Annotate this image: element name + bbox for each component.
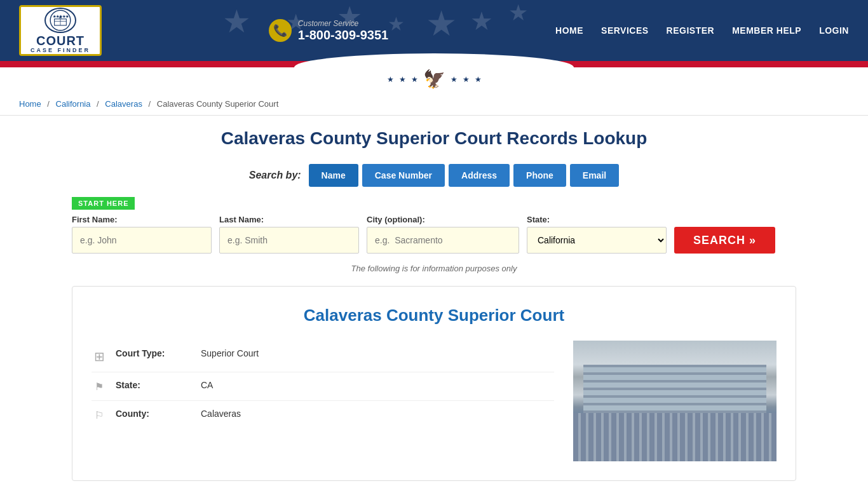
state-group: State: AlabamaAlaskaArizonaArkansasCalif… [527,215,667,254]
tab-name[interactable]: Name [309,164,358,187]
city-group: City (optional): [367,215,519,254]
site-header: ★ ★ ★ ★ ★ ★ ★ ★★★★★ [0,0,868,61]
star-left-3: ★ [411,75,418,84]
first-name-label: First Name: [72,215,212,224]
nav-services[interactable]: SERVICES [601,25,649,36]
star-left-1: ★ [387,75,394,84]
court-county-row: ⚐ County: Calaveras [92,401,554,429]
nav-register[interactable]: REGISTER [667,25,715,36]
first-name-input[interactable] [72,227,212,254]
logo-circle: ★★★★★ [44,8,76,33]
court-state-icon: ⚑ [92,381,107,393]
star-right-1: ★ [451,75,458,84]
court-type-label: Court Type: [116,348,192,358]
info-note: The following is for information purpose… [72,264,796,273]
phone-icon: 📞 [269,19,292,42]
court-image [573,341,776,461]
court-county-icon: ⚐ [92,409,107,421]
search-form-container: START HERE First Name: Last Name: City (… [72,197,796,254]
eagle-row: ★ ★ ★ 🦅 ★ ★ ★ [0,67,868,93]
court-card-title: Calaveras County Superior Court [92,306,776,325]
tab-address[interactable]: Address [449,164,510,187]
phone-number: 1-800-309-9351 [298,28,388,43]
court-state-label: State: [116,380,192,390]
court-state-value: CA [201,380,213,390]
state-label: State: [527,215,667,224]
star-right-2: ★ [463,75,470,84]
nav-login[interactable]: LOGIN [819,25,849,36]
patriotic-swoosh: ★ ★ ★ 🦅 ★ ★ ★ [0,61,868,93]
logo-case-text: CASE FINDER [31,47,90,53]
tab-email[interactable]: Email [570,164,619,187]
search-by-row: Search by: Name Case Number Address Phon… [72,164,796,187]
breadcrumb: Home / California / Calaveras / Calavera… [0,93,868,116]
court-type-row: ⊞ Court Type: Superior Court [92,341,554,372]
last-name-label: Last Name: [219,215,359,224]
customer-service-label: Customer Service [298,19,388,28]
start-here-badge: START HERE [72,197,135,210]
court-county-label: County: [116,409,192,419]
court-type-value: Superior Court [201,348,259,358]
nav-member-help[interactable]: MEMBER HELP [732,25,801,36]
tab-case-number[interactable]: Case Number [362,164,445,187]
red-stripe [0,61,868,67]
logo-court-text: COURT [36,34,85,47]
search-by-label: Search by: [249,170,301,181]
search-form-row: First Name: Last Name: City (optional): … [72,215,796,254]
city-input[interactable] [367,227,519,254]
star-right-3: ★ [475,75,482,84]
last-name-group: Last Name: [219,215,359,254]
first-name-group: First Name: [72,215,212,254]
city-label: City (optional): [367,215,519,224]
state-select[interactable]: AlabamaAlaskaArizonaArkansasCaliforniaCo… [527,227,667,254]
court-info-table: ⊞ Court Type: Superior Court ⚑ State: CA… [92,341,554,461]
logo-area[interactable]: ★★★★★ COURT CASE FINDER [19,5,102,56]
page-title: Calaveras County Superior Court Records … [72,128,796,149]
eagle-icon: 🦅 [423,69,445,90]
phone-area: 📞 Customer Service 1-800-309-9351 [269,19,388,43]
tab-phone[interactable]: Phone [513,164,566,187]
court-card-body: ⊞ Court Type: Superior Court ⚑ State: CA… [92,341,776,461]
nav-home[interactable]: HOME [555,25,583,36]
logo-box: ★★★★★ COURT CASE FINDER [19,5,102,56]
main-nav: HOME SERVICES REGISTER MEMBER HELP LOGIN [555,25,849,36]
breadcrumb-current: Calaveras County Superior Court [157,99,278,109]
search-button[interactable]: SEARCH » [674,227,775,254]
court-card: Calaveras County Superior Court ⊞ Court … [72,286,796,481]
breadcrumb-sep-1: / [47,99,50,109]
court-county-value: Calaveras [201,409,241,419]
court-building-photo [573,341,776,461]
main-content: Calaveras County Superior Court Records … [53,116,815,488]
breadcrumb-home[interactable]: Home [19,99,41,109]
breadcrumb-sep-3: / [149,99,151,109]
last-name-input[interactable] [219,227,359,254]
court-type-icon: ⊞ [92,349,107,364]
eagle-stars-row: ★ ★ ★ 🦅 ★ ★ ★ [387,69,482,90]
breadcrumb-sep-2: / [97,99,99,109]
breadcrumb-california[interactable]: California [56,99,91,109]
star-left-2: ★ [399,75,406,84]
breadcrumb-calaveras[interactable]: Calaveras [105,99,142,109]
court-state-row: ⚑ State: CA [92,372,554,401]
